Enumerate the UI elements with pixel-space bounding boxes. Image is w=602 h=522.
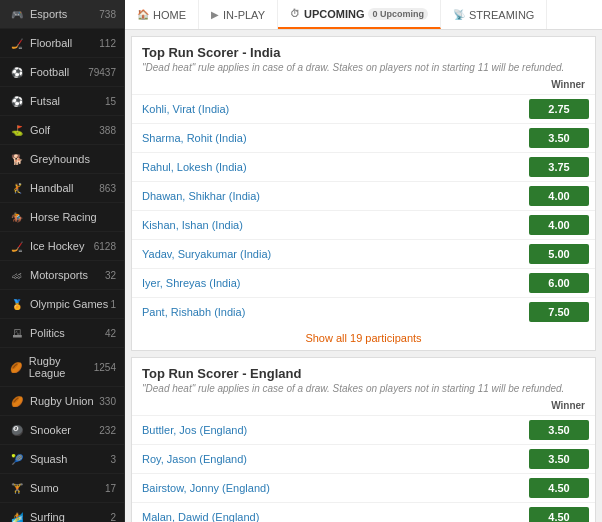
odds-button[interactable]: 3.50 xyxy=(529,420,589,440)
market-row: Kohli, Virat (India) 2.75 xyxy=(132,95,595,124)
player-name[interactable]: Rahul, Lokesh (India) xyxy=(132,153,525,182)
sidebar-item-label: Sumo xyxy=(30,482,59,494)
sport-icon: 🏒 xyxy=(10,239,24,253)
sidebar-item-golf[interactable]: ⛳ Golf 388 xyxy=(0,116,124,145)
market-row: Iyer, Shreyas (India) 6.00 xyxy=(132,269,595,298)
player-name[interactable]: Sharma, Rohit (India) xyxy=(132,124,525,153)
sidebar-item-label: Esports xyxy=(30,8,67,20)
player-name[interactable]: Yadav, Suryakumar (India) xyxy=(132,240,525,269)
sidebar-item-label: Rugby Union xyxy=(30,395,94,407)
sidebar-item-count: 42 xyxy=(105,328,116,339)
player-name[interactable]: Bairstow, Jonny (England) xyxy=(132,474,525,503)
player-odds: 3.75 xyxy=(525,153,595,182)
sidebar-item-handball[interactable]: 🤾 Handball 863 xyxy=(0,174,124,203)
nav-item-in-play[interactable]: ▶ IN-PLAY xyxy=(199,0,278,29)
in-play-icon: ▶ xyxy=(211,9,219,20)
sport-icon: ⚽ xyxy=(10,65,24,79)
sidebar-item-count: 1254 xyxy=(94,362,116,373)
sport-icon: 🗳 xyxy=(10,326,24,340)
player-name[interactable]: Dhawan, Shikhar (India) xyxy=(132,182,525,211)
odds-button[interactable]: 4.50 xyxy=(529,507,589,522)
player-name[interactable]: Iyer, Shreyas (India) xyxy=(132,269,525,298)
sidebar-item-label: Football xyxy=(30,66,69,78)
sidebar-item-futsal[interactable]: ⚽ Futsal 15 xyxy=(0,87,124,116)
odds-button[interactable]: 4.00 xyxy=(529,186,589,206)
player-name[interactable]: Roy, Jason (England) xyxy=(132,445,525,474)
player-name[interactable]: Kohli, Virat (India) xyxy=(132,95,525,124)
sidebar-item-count: 17 xyxy=(105,483,116,494)
market-table: Winner Buttler, Jos (England) 3.50 Roy, … xyxy=(132,396,595,522)
sidebar-item-label: Ice Hockey xyxy=(30,240,84,252)
top-nav: 🏠 HOME▶ IN-PLAY⏱ UPCOMING0 Upcoming📡 STR… xyxy=(125,0,602,30)
sidebar-item-snooker[interactable]: 🎱 Snooker 232 xyxy=(0,416,124,445)
player-odds: 4.50 xyxy=(525,503,595,523)
player-name[interactable]: Kishan, Ishan (India) xyxy=(132,211,525,240)
sidebar-item-rugby-union[interactable]: 🏉 Rugby Union 330 xyxy=(0,387,124,416)
sidebar-item-label: Squash xyxy=(30,453,67,465)
sidebar-item-football[interactable]: ⚽ Football 79437 xyxy=(0,58,124,87)
sidebar-item-count: 738 xyxy=(99,9,116,20)
player-odds: 5.00 xyxy=(525,240,595,269)
col-header-winner: Winner xyxy=(525,75,595,95)
nav-item-upcoming[interactable]: ⏱ UPCOMING0 Upcoming xyxy=(278,0,441,29)
sidebar-item-olympic-games[interactable]: 🏅 Olympic Games 1 xyxy=(0,290,124,319)
sidebar-item-label: Handball xyxy=(30,182,73,194)
sidebar-item-label: Golf xyxy=(30,124,50,136)
odds-button[interactable]: 6.00 xyxy=(529,273,589,293)
content-area: Top Run Scorer - India "Dead heat" rule … xyxy=(125,30,602,522)
sport-icon: 🎮 xyxy=(10,7,24,21)
market-subtitle: "Dead heat" rule applies in case of a dr… xyxy=(142,62,585,73)
market-header: Top Run Scorer - England "Dead heat" rul… xyxy=(132,358,595,396)
sidebar-item-greyhounds[interactable]: 🐕 Greyhounds xyxy=(0,145,124,174)
sidebar-item-count: 1 xyxy=(110,299,116,310)
sidebar-item-floorball[interactable]: 🏒 Floorball 112 xyxy=(0,29,124,58)
nav-item-streaming[interactable]: 📡 STREAMING xyxy=(441,0,547,29)
sidebar-item-ice-hockey[interactable]: 🏒 Ice Hockey 6128 xyxy=(0,232,124,261)
player-odds: 2.75 xyxy=(525,95,595,124)
sport-icon: 🤾 xyxy=(10,181,24,195)
sport-icon: 🎾 xyxy=(10,452,24,466)
col-header-winner: Winner xyxy=(525,396,595,416)
market-title: Top Run Scorer - India xyxy=(142,45,585,60)
odds-button[interactable]: 3.50 xyxy=(529,128,589,148)
sidebar-item-count: 6128 xyxy=(94,241,116,252)
player-name[interactable]: Buttler, Jos (England) xyxy=(132,416,525,445)
sidebar-item-label: Rugby League xyxy=(29,355,94,379)
sport-icon: ⚽ xyxy=(10,94,24,108)
sidebar-item-surfing[interactable]: 🏄 Surfing 2 xyxy=(0,503,124,522)
sidebar: 🎮 Esports 738 🏒 Floorball 112 ⚽ Football… xyxy=(0,0,125,522)
odds-button[interactable]: 2.75 xyxy=(529,99,589,119)
sidebar-item-count: 32 xyxy=(105,270,116,281)
sidebar-item-label: Snooker xyxy=(30,424,71,436)
sidebar-item-count: 3 xyxy=(110,454,116,465)
show-all-link[interactable]: Show all 19 participants xyxy=(132,326,595,350)
sidebar-item-count: 863 xyxy=(99,183,116,194)
odds-button[interactable]: 5.00 xyxy=(529,244,589,264)
player-odds: 4.00 xyxy=(525,182,595,211)
sport-icon: 🎱 xyxy=(10,423,24,437)
sidebar-item-rugby-league[interactable]: 🏉 Rugby League 1254 xyxy=(0,348,124,387)
market-row: Buttler, Jos (England) 3.50 xyxy=(132,416,595,445)
sidebar-item-horse-racing[interactable]: 🏇 Horse Racing xyxy=(0,203,124,232)
sidebar-item-politics[interactable]: 🗳 Politics 42 xyxy=(0,319,124,348)
sidebar-item-esports[interactable]: 🎮 Esports 738 xyxy=(0,0,124,29)
odds-button[interactable]: 7.50 xyxy=(529,302,589,322)
odds-button[interactable]: 3.50 xyxy=(529,449,589,469)
sport-icon: 🏎 xyxy=(10,268,24,282)
sidebar-item-label: Olympic Games xyxy=(30,298,108,310)
player-name[interactable]: Pant, Rishabh (India) xyxy=(132,298,525,327)
sidebar-item-count: 232 xyxy=(99,425,116,436)
sidebar-item-squash[interactable]: 🎾 Squash 3 xyxy=(0,445,124,474)
nav-item-home[interactable]: 🏠 HOME xyxy=(125,0,199,29)
odds-button[interactable]: 4.50 xyxy=(529,478,589,498)
sport-icon: 🏉 xyxy=(10,394,24,408)
sidebar-item-count: 112 xyxy=(99,38,116,49)
sidebar-item-sumo[interactable]: 🏋 Sumo 17 xyxy=(0,474,124,503)
sport-icon: ⛳ xyxy=(10,123,24,137)
odds-button[interactable]: 3.75 xyxy=(529,157,589,177)
player-odds: 4.00 xyxy=(525,211,595,240)
odds-button[interactable]: 4.00 xyxy=(529,215,589,235)
nav-label: HOME xyxy=(153,9,186,21)
sidebar-item-motorsports[interactable]: 🏎 Motorsports 32 xyxy=(0,261,124,290)
player-name[interactable]: Malan, Dawid (England) xyxy=(132,503,525,523)
